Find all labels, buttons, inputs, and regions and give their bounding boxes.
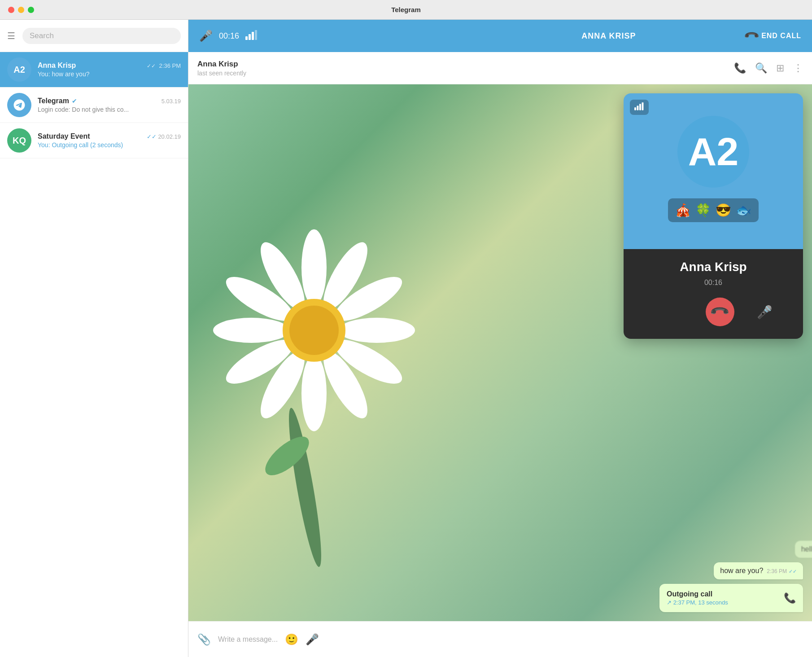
chat-item-saturday-event[interactable]: KQ Saturday Event ✓✓ 20.02.19 You: Outgo…	[0, 123, 188, 158]
app-container: ☰ Search A2 Anna Krisp ✓✓ 2:36 PM You	[0, 20, 812, 657]
search-placeholder: Search	[30, 31, 54, 40]
chat-name-row: Anna Krisp ✓✓ 2:36 PM	[38, 61, 181, 70]
chat-background: hello dear how are you? 2:36 PM ✓✓ Outgo…	[188, 84, 812, 621]
chat-time: ✓✓ 2:36 PM	[147, 62, 181, 69]
chat-name-row: Telegram ✔ 5.03.19	[38, 97, 181, 105]
search-bar[interactable]: Search	[22, 28, 181, 44]
chat-name: Telegram	[38, 97, 69, 105]
more-icon[interactable]: ⋮	[793, 62, 803, 74]
chat-name: Anna Krisp	[38, 61, 76, 70]
outgoing-call-label: Outgoing call	[667, 590, 777, 598]
chat-header-actions: 📞 🔍 ⊞ ⋮	[734, 62, 803, 74]
chat-info: Telegram ✔ 5.03.19 Login code: Do not gi…	[38, 97, 181, 113]
end-call-button[interactable]: 📞 END CALL	[745, 30, 801, 42]
main-chat: 🎤 00:16 ANNA KRISP 📞 END CALL	[188, 20, 812, 657]
titlebar: Telegram	[0, 0, 812, 20]
svg-point-15	[213, 318, 289, 343]
chat-time: 5.03.19	[162, 98, 181, 105]
emoji-button[interactable]: 🙂	[285, 633, 298, 646]
messages-area: hello dear how are you? 2:36 PM ✓✓ Outgo…	[188, 532, 812, 621]
minimize-button[interactable]	[18, 7, 24, 13]
call-overlay-card: A2 🎪 🍀 😎 🐟 Anna Krisp 00:16 📞	[624, 93, 803, 339]
message-meta: 2:36 PM ✓✓	[767, 568, 797, 574]
message-hello: hello dear	[795, 541, 812, 558]
close-button[interactable]	[8, 7, 14, 13]
chat-preview: You: Outgoing call (2 seconds)	[38, 141, 181, 149]
voice-button[interactable]: 🎤	[306, 633, 319, 646]
chat-item-anna-krisp[interactable]: A2 Anna Krisp ✓✓ 2:36 PM You: how are yo…	[0, 52, 188, 88]
call-bar: 🎤 00:16 ANNA KRISP 📞 END CALL	[188, 20, 812, 52]
svg-rect-23	[642, 102, 644, 110]
end-call-round-button[interactable]: 📞	[706, 298, 734, 326]
end-call-label: END CALL	[761, 32, 801, 40]
call-avatar: A2	[677, 116, 749, 188]
svg-rect-1	[249, 34, 251, 40]
message-time: 2:36 PM	[767, 568, 787, 574]
double-check: ✓✓	[147, 133, 158, 140]
emoji-2: 🍀	[695, 203, 711, 218]
call-signal-icon	[245, 30, 258, 42]
call-overlay-name: Anna Krisp	[680, 260, 747, 274]
outgoing-call-detail: 2:37 PM, 13 seconds	[667, 599, 777, 606]
chat-input-area: 📎 Write a message... 🙂 🎤	[188, 621, 812, 657]
maximize-button[interactable]	[28, 7, 34, 13]
chat-contact-status: last seen recently	[197, 70, 734, 77]
svg-rect-3	[255, 30, 257, 40]
attach-icon[interactable]: 📎	[197, 633, 211, 646]
menu-icon[interactable]: ☰	[7, 31, 15, 41]
svg-point-12	[301, 355, 327, 431]
traffic-lights	[8, 7, 34, 13]
chat-info: Anna Krisp ✓✓ 2:36 PM You: how are you?	[38, 61, 181, 78]
chat-header: Anna Krisp last seen recently 📞 🔍 ⊞ ⋮	[188, 52, 812, 84]
chat-preview: Login code: Do not give this co...	[38, 106, 181, 113]
chat-preview: You: how are you?	[38, 70, 181, 78]
outgoing-call-info: Outgoing call 2:37 PM, 13 seconds	[667, 590, 777, 606]
search-icon[interactable]: 🔍	[755, 62, 767, 74]
end-call-icon: 📞	[743, 27, 760, 44]
message-how-are-you: how are you? 2:36 PM ✓✓	[714, 562, 803, 579]
chat-item-telegram[interactable]: Telegram ✔ 5.03.19 Login code: Do not gi…	[0, 88, 188, 123]
spacer	[655, 298, 683, 326]
call-signal-indicator	[630, 100, 649, 115]
chat-name: Saturday Event	[38, 132, 90, 140]
sidebar-header: ☰ Search	[0, 20, 188, 52]
emoji-4: 🐟	[736, 203, 751, 218]
call-phone-icon: 📞	[784, 592, 796, 604]
svg-rect-22	[639, 104, 641, 110]
phone-icon[interactable]: 📞	[734, 62, 746, 74]
svg-point-9	[339, 318, 415, 343]
message-checkmarks: ✓✓	[789, 569, 797, 574]
call-timer: 00:16	[219, 31, 239, 41]
svg-point-6	[301, 229, 327, 306]
call-bar-left: 🎤 00:16	[199, 30, 472, 42]
emoji-3: 😎	[716, 203, 731, 218]
chat-name-row-inner: Telegram ✔	[38, 97, 77, 105]
chat-time: ✓✓ 20.02.19	[147, 133, 181, 140]
chat-contact-name: Anna Krisp	[197, 60, 734, 69]
app-title: Telegram	[391, 6, 421, 13]
view-icon[interactable]: ⊞	[776, 62, 784, 74]
call-overlay-top: A2 🎪 🍀 😎 🐟	[624, 93, 803, 249]
call-emoji-bar: 🎪 🍀 😎 🐟	[668, 198, 759, 222]
call-actions: 📞 🎤	[655, 298, 773, 326]
svg-point-19	[289, 306, 339, 355]
avatar	[7, 93, 31, 117]
svg-rect-0	[245, 36, 248, 40]
chat-header-info: Anna Krisp last seen recently	[197, 60, 734, 77]
call-mic-icon: 🎤	[199, 30, 213, 42]
svg-rect-20	[634, 107, 636, 110]
call-overlay-timer: 00:16	[704, 279, 722, 287]
svg-rect-21	[637, 105, 639, 110]
end-call-round-icon: 📞	[709, 301, 730, 323]
avatar: KQ	[7, 128, 31, 153]
call-mic-button[interactable]: 🎤	[757, 305, 773, 320]
message-input[interactable]: Write a message...	[218, 635, 278, 644]
chat-name-row: Saturday Event ✓✓ 20.02.19	[38, 132, 181, 140]
chat-info: Saturday Event ✓✓ 20.02.19 You: Outgoing…	[38, 132, 181, 149]
svg-rect-2	[252, 32, 254, 40]
call-overlay-bottom: Anna Krisp 00:16 📞 🎤	[624, 249, 803, 339]
message-text: how are you?	[720, 567, 763, 575]
avatar: A2	[7, 57, 31, 82]
sidebar: ☰ Search A2 Anna Krisp ✓✓ 2:36 PM You	[0, 20, 188, 657]
emoji-1: 🎪	[675, 203, 691, 218]
